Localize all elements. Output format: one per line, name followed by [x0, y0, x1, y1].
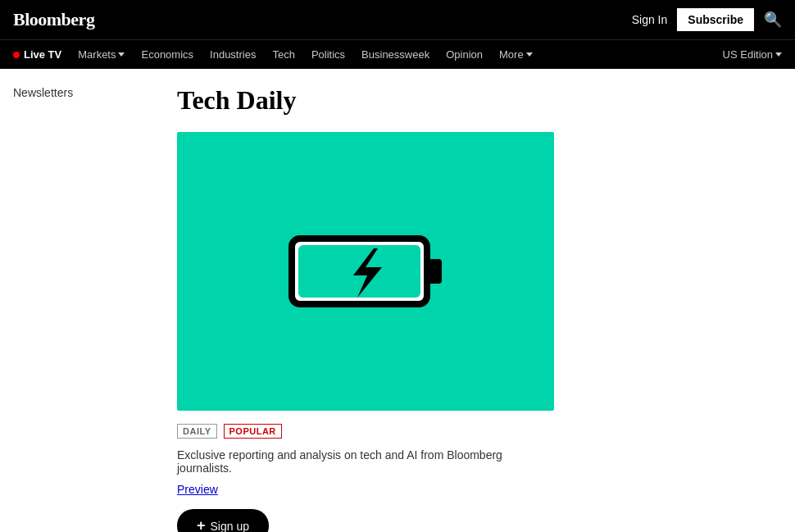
- nav-item-businessweek[interactable]: Businessweek: [361, 48, 429, 61]
- nav-item-opinion[interactable]: Opinion: [446, 48, 483, 61]
- newsletter-description: Exclusive reporting and analysis on tech…: [177, 448, 554, 475]
- nav-item-more[interactable]: More: [499, 48, 533, 61]
- main-content: Tech Daily DAILY POPULAR Exclusive repor…: [164, 85, 795, 532]
- secondary-nav: Live TV Markets Economics Industries Tec…: [0, 39, 795, 69]
- newsletter-image: [177, 132, 554, 411]
- sidebar: Newsletters: [0, 85, 164, 532]
- top-bar: Bloomberg Sign In Subscribe 🔍: [0, 0, 795, 39]
- us-edition-selector[interactable]: US Edition: [723, 48, 782, 61]
- subscribe-button[interactable]: Subscribe: [677, 8, 754, 31]
- nav-item-industries[interactable]: Industries: [210, 48, 256, 61]
- secondary-nav-left: Live TV Markets Economics Industries Tec…: [13, 48, 533, 61]
- nav-item-markets[interactable]: Markets: [78, 48, 125, 61]
- content-area: Newsletters Tech Daily DAILY POPULAR Exc…: [0, 69, 795, 532]
- chevron-down-icon: [526, 52, 533, 57]
- chevron-down-icon: [118, 52, 125, 57]
- search-icon[interactable]: 🔍: [764, 11, 782, 29]
- battery-icon: [284, 222, 447, 321]
- tag-popular: POPULAR: [224, 424, 282, 439]
- signup-button[interactable]: + Sign up: [177, 509, 269, 532]
- plus-icon: +: [197, 517, 206, 532]
- bloomberg-logo[interactable]: Bloomberg: [13, 9, 94, 30]
- nav-item-politics[interactable]: Politics: [311, 48, 345, 61]
- page-title: Tech Daily: [177, 85, 782, 116]
- preview-link[interactable]: Preview: [177, 483, 782, 496]
- sidebar-title: Newsletters: [13, 86, 73, 99]
- signin-button[interactable]: Sign In: [632, 13, 668, 26]
- live-tv-nav-item[interactable]: Live TV: [13, 48, 61, 61]
- tags-container: DAILY POPULAR: [177, 424, 782, 439]
- nav-item-economics[interactable]: Economics: [141, 48, 193, 61]
- nav-item-tech[interactable]: Tech: [272, 48, 294, 61]
- chevron-down-icon: [775, 52, 782, 57]
- top-bar-left: Bloomberg: [13, 9, 107, 30]
- svg-rect-1: [427, 259, 442, 284]
- tag-daily: DAILY: [177, 424, 217, 439]
- signup-label: Sign up: [211, 520, 249, 533]
- live-dot-icon: [13, 52, 20, 58]
- top-bar-right: Sign In Subscribe 🔍: [632, 8, 782, 31]
